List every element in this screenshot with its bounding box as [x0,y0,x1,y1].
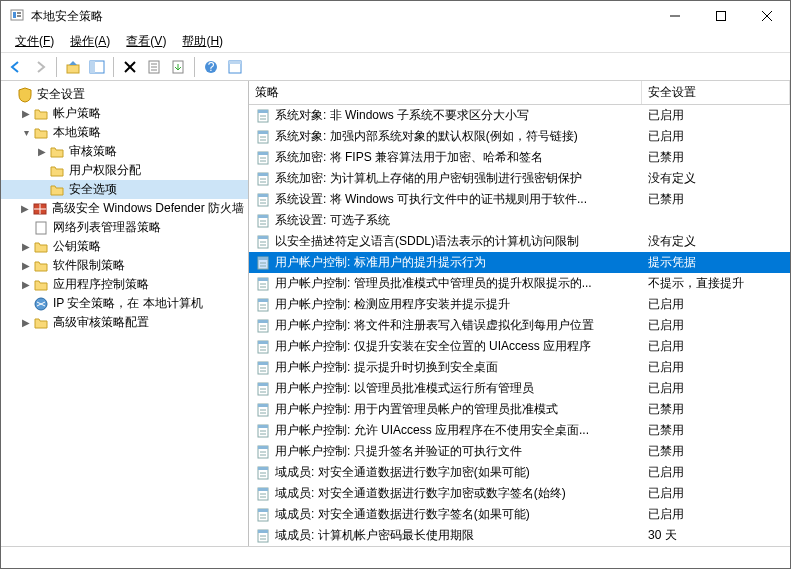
forward-button[interactable] [29,56,51,78]
policy-icon [255,150,271,166]
policy-row[interactable]: 系统对象: 加强内部系统对象的默认权限(例如，符号链接)已启用 [249,126,790,147]
expander-icon[interactable]: ▶ [19,203,32,214]
help-button[interactable]: ? [200,56,222,78]
policy-row[interactable]: 用户帐户控制: 只提升签名并验证的可执行文件已禁用 [249,441,790,462]
window-controls [652,1,790,31]
back-button[interactable] [5,56,27,78]
tree-item[interactable]: ▶公钥策略 [1,237,248,256]
policy-row[interactable]: 域成员: 计算机帐户密码最长使用期限30 天 [249,525,790,546]
tree-item[interactable]: ▶软件限制策略 [1,256,248,275]
svg-rect-8 [67,65,79,73]
tree-item[interactable]: IP 安全策略，在 本地计算机 [1,294,248,313]
column-setting[interactable]: 安全设置 [642,81,790,104]
tree-label: IP 安全策略，在 本地计算机 [53,295,203,312]
menu-help[interactable]: 帮助(H) [174,31,231,52]
policy-setting-cell: 已禁用 [642,149,790,166]
policy-row[interactable]: 用户帐户控制: 管理员批准模式中管理员的提升权限提示的...不提示，直接提升 [249,273,790,294]
expander-icon[interactable]: ▾ [19,127,33,138]
expander-icon[interactable]: ▶ [19,317,33,328]
maximize-button[interactable] [698,1,744,31]
policy-name-cell: 系统加密: 为计算机上存储的用户密钥强制进行强密钥保护 [249,170,642,187]
tree-label: 软件限制策略 [53,257,125,274]
menu-view[interactable]: 查看(V) [118,31,174,52]
properties-button[interactable] [143,56,165,78]
tree-item[interactable]: ▶高级审核策略配置 [1,313,248,332]
menu-file[interactable]: 文件(F) [7,31,62,52]
minimize-button[interactable] [652,1,698,31]
policy-icon [255,402,271,418]
policy-icon [255,486,271,502]
policy-row[interactable]: 用户帐户控制: 允许 UIAccess 应用程序在不使用安全桌面...已禁用 [249,420,790,441]
menu-action[interactable]: 操作(A) [62,31,118,52]
policy-row[interactable]: 用户帐户控制: 标准用户的提升提示行为提示凭据 [249,252,790,273]
svg-rect-44 [258,194,268,197]
delete-button[interactable] [119,56,141,78]
policy-setting-cell: 已禁用 [642,401,790,418]
close-button[interactable] [744,1,790,31]
policy-row[interactable]: 域成员: 对安全通道数据进行数字加密或数字签名(始终)已启用 [249,483,790,504]
titlebar: 本地安全策略 [1,1,790,31]
policy-row[interactable]: 用户帐户控制: 提示提升时切换到安全桌面已启用 [249,357,790,378]
policy-name: 用户帐户控制: 允许 UIAccess 应用程序在不使用安全桌面... [275,422,589,439]
toolbar-separator [113,57,114,77]
refresh-button[interactable] [224,56,246,78]
list-header: 策略 安全设置 [249,81,790,105]
show-hide-tree-button[interactable] [86,56,108,78]
policy-row[interactable]: 系统设置: 将 Windows 可执行文件中的证书规则用于软件...已禁用 [249,189,790,210]
up-button[interactable] [62,56,84,78]
policy-row[interactable]: 用户帐户控制: 将文件和注册表写入错误虚拟化到每用户位置已启用 [249,315,790,336]
svg-rect-56 [258,257,268,260]
svg-rect-104 [258,509,268,512]
expander-icon[interactable]: ▶ [19,279,33,290]
policy-row[interactable]: 用户帐户控制: 检测应用程序安装并提示提升已启用 [249,294,790,315]
window-title: 本地安全策略 [31,8,652,25]
tree-root[interactable]: 安全设置 [1,85,248,104]
tree-item[interactable]: 网络列表管理器策略 [1,218,248,237]
svg-rect-80 [258,383,268,386]
policy-row[interactable]: 用户帐户控制: 以管理员批准模式运行所有管理员已启用 [249,378,790,399]
svg-rect-48 [258,215,268,218]
tree-item[interactable]: ▾本地策略 [1,123,248,142]
policy-name-cell: 系统加密: 将 FIPS 兼容算法用于加密、哈希和签名 [249,149,642,166]
policy-row[interactable]: 系统对象: 非 Windows 子系统不要求区分大小写已启用 [249,105,790,126]
policy-row[interactable]: 系统设置: 可选子系统 [249,210,790,231]
column-policy[interactable]: 策略 [249,81,642,104]
policy-row[interactable]: 系统加密: 将 FIPS 兼容算法用于加密、哈希和签名已禁用 [249,147,790,168]
expander-icon[interactable]: ▶ [19,108,33,119]
expander-icon[interactable]: ▶ [35,146,49,157]
policy-row[interactable]: 域成员: 对安全通道数据进行数字加密(如果可能)已启用 [249,462,790,483]
tree-item[interactable]: 用户权限分配 [1,161,248,180]
list-body[interactable]: 系统对象: 非 Windows 子系统不要求区分大小写已启用系统对象: 加强内部… [249,105,790,546]
expander-icon[interactable]: ▶ [19,241,33,252]
policy-setting-cell: 已启用 [642,107,790,124]
export-button[interactable] [167,56,189,78]
svg-rect-3 [17,15,21,17]
policy-icon [255,381,271,397]
policy-setting-cell: 没有定义 [642,170,790,187]
menubar: 文件(F) 操作(A) 查看(V) 帮助(H) [1,31,790,53]
policy-setting-cell: 已启用 [642,464,790,481]
tree-label: 高级安全 Windows Defender 防火墙 [52,200,244,217]
tree-item[interactable]: ▶高级安全 Windows Defender 防火墙 [1,199,248,218]
policy-row[interactable]: 域成员: 对安全通道数据进行数字签名(如果可能)已启用 [249,504,790,525]
policy-name-cell: 域成员: 对安全通道数据进行数字加密(如果可能) [249,464,642,481]
policy-row[interactable]: 系统加密: 为计算机上存储的用户密钥强制进行强密钥保护没有定义 [249,168,790,189]
tree-item[interactable]: 安全选项 [1,180,248,199]
tree-label: 安全选项 [69,181,117,198]
tree-item[interactable]: ▶审核策略 [1,142,248,161]
policy-row[interactable]: 以安全描述符定义语言(SDDL)语法表示的计算机访问限制没有定义 [249,231,790,252]
policy-icon [255,213,271,229]
expander-icon[interactable]: ▶ [19,260,33,271]
policy-name: 用户帐户控制: 标准用户的提升提示行为 [275,254,486,271]
policy-icon [255,465,271,481]
policy-icon [255,423,271,439]
tree-view[interactable]: 安全设置 ▶帐户策略▾本地策略▶审核策略用户权限分配安全选项▶高级安全 Wind… [1,81,249,546]
tree-item[interactable]: ▶应用程序控制策略 [1,275,248,294]
folder-icon [33,125,49,141]
policy-setting-cell: 提示凭据 [642,254,790,271]
policy-row[interactable]: 用户帐户控制: 仅提升安装在安全位置的 UIAccess 应用程序已启用 [249,336,790,357]
folder-icon [49,144,65,160]
tree-item[interactable]: ▶帐户策略 [1,104,248,123]
svg-rect-72 [258,341,268,344]
policy-row[interactable]: 用户帐户控制: 用于内置管理员帐户的管理员批准模式已禁用 [249,399,790,420]
